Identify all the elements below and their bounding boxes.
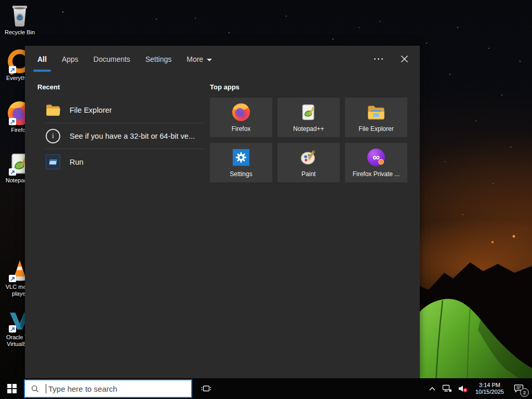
top-app-label: File Explorer [358, 125, 393, 132]
recent-header: Recent [37, 83, 205, 91]
firefox-private-icon: ∞ [367, 148, 385, 167]
windows-logo-icon [7, 384, 17, 393]
recent-item-label: Run [70, 158, 84, 166]
recent-item-label: See if you have a 32-bit or 64-bit ve... [70, 132, 195, 140]
top-app-label: Paint [301, 170, 315, 178]
top-app-file-explorer[interactable]: File Explorer [345, 98, 407, 137]
tray-overflow-button[interactable] [429, 378, 436, 399]
shortcut-arrow-icon [9, 66, 16, 73]
recent-section: Recent File Explorer i See if you have a… [37, 83, 205, 175]
recent-item-label: File Explorer [70, 106, 112, 114]
taskbar-search-box[interactable] [24, 379, 192, 398]
chevron-up-icon [429, 386, 436, 391]
shortcut-arrow-icon [9, 275, 16, 282]
tab-apps[interactable]: Apps [62, 52, 78, 66]
tray-date: 10/15/2025 [475, 389, 504, 395]
start-button[interactable] [0, 378, 24, 399]
tab-settings[interactable]: Settings [145, 52, 172, 66]
more-options-button[interactable] [371, 55, 386, 63]
desktop-icon-recycle-bin[interactable]: ♻ Recycle Bin [0, 3, 39, 36]
search-panel: All Apps Documents Settings More Recent [25, 46, 420, 378]
notepad-plus-plus-icon [299, 103, 318, 122]
recycle-glyph: ♻ [17, 13, 23, 21]
task-view-icon [201, 383, 211, 394]
taskbar: 3:14 PM 10/15/2025 2 [0, 378, 532, 399]
shortcut-arrow-icon [9, 325, 16, 332]
network-button[interactable] [442, 378, 452, 399]
top-app-firefox-private[interactable]: ∞ Firefox Private ... [345, 143, 407, 182]
text-caret [46, 384, 46, 393]
clock[interactable]: 3:14 PM 10/15/2025 [474, 378, 506, 399]
settings-gear-icon [232, 148, 250, 167]
top-app-label: Firefox Private ... [353, 170, 400, 178]
search-icon [31, 385, 39, 393]
info-icon: i [46, 129, 60, 143]
volume-button[interactable] [458, 378, 468, 399]
top-app-label: Settings [230, 170, 252, 178]
top-app-firefox[interactable]: Firefox [210, 98, 272, 137]
top-apps-section: Top apps Firefox N [210, 83, 407, 182]
top-apps-header: Top apps [210, 83, 407, 91]
system-tray: 3:14 PM 10/15/2025 2 [429, 378, 527, 399]
paint-palette-icon [299, 148, 318, 167]
task-view-button[interactable] [194, 378, 218, 399]
folder-explorer-icon [367, 103, 385, 122]
firefox-icon [232, 103, 250, 122]
recent-item-file-explorer[interactable]: File Explorer [37, 97, 205, 123]
close-icon [401, 55, 408, 63]
top-app-settings[interactable]: Settings [210, 143, 272, 182]
action-center-button[interactable]: 2 [511, 378, 527, 399]
desktop: ♻ Recycle Bin Everything Firefox [0, 0, 532, 399]
tab-documents[interactable]: Documents [94, 52, 130, 66]
top-app-notepad-plus-plus[interactable]: Notepad++ [277, 98, 340, 137]
search-filter-tabs: All Apps Documents Settings More [37, 52, 212, 66]
folder-icon [46, 103, 60, 117]
desktop-icon-label: Recycle Bin [5, 29, 35, 36]
shortcut-arrow-icon [9, 168, 16, 176]
run-window-icon [46, 155, 60, 169]
volume-muted-icon [458, 384, 468, 393]
tab-all[interactable]: All [37, 52, 47, 66]
recent-item-run[interactable]: Run [37, 149, 205, 175]
recycle-bin-icon: ♻ [7, 3, 32, 28]
tray-time: 3:14 PM [479, 382, 500, 389]
starfield [62, 11, 63, 12]
chevron-down-icon [207, 59, 212, 61]
tab-more[interactable]: More [187, 52, 212, 66]
close-button[interactable] [398, 53, 410, 65]
top-app-label: Notepad++ [293, 125, 324, 132]
notification-badge: 2 [520, 388, 529, 397]
recent-item-search-suggestion[interactable]: i See if you have a 32-bit or 64-bit ve.… [37, 123, 205, 149]
top-app-paint[interactable]: Paint [277, 143, 340, 182]
network-icon [442, 384, 452, 393]
shortcut-arrow-icon [9, 118, 16, 125]
search-input[interactable] [47, 384, 191, 394]
top-app-label: Firefox [232, 125, 251, 132]
